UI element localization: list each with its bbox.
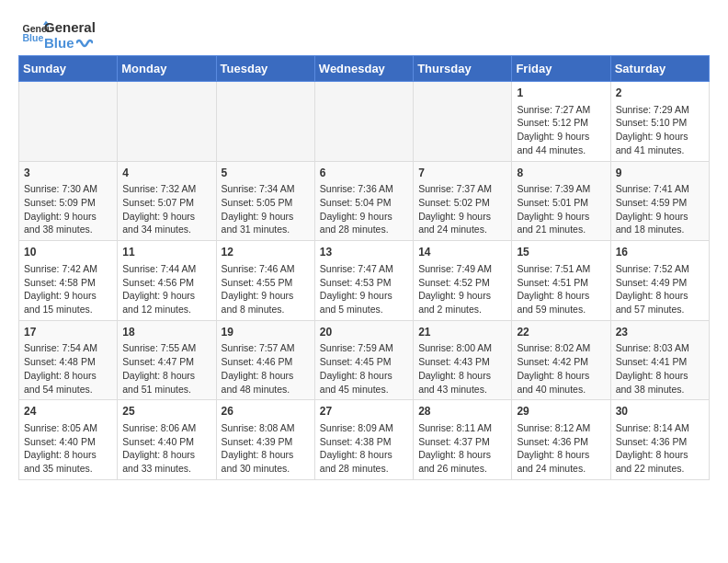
day-number: 14: [418, 245, 506, 260]
day-number: 16: [616, 245, 704, 260]
day-info: Sunset: 4:53 PM: [320, 276, 408, 290]
calendar-cell: 3Sunrise: 7:30 AMSunset: 5:09 PMDaylight…: [19, 161, 118, 241]
day-info: Sunrise: 8:00 AM: [418, 341, 506, 355]
day-info: Daylight: 8 hours and 48 minutes.: [222, 369, 310, 396]
page-header: General Blue General Blue: [9, 9, 719, 55]
day-number: 28: [418, 404, 506, 419]
day-info: Daylight: 8 hours and 40 minutes.: [517, 369, 605, 396]
calendar-cell: 13Sunrise: 7:47 AMSunset: 4:53 PMDayligh…: [314, 241, 413, 321]
day-info: Sunrise: 8:02 AM: [517, 341, 605, 355]
day-info: Daylight: 9 hours and 5 minutes.: [320, 289, 408, 316]
calendar-cell: 15Sunrise: 7:51 AMSunset: 4:51 PMDayligh…: [512, 241, 610, 321]
day-number: 11: [122, 245, 210, 260]
weekday-header-wednesday: Wednesday: [314, 56, 413, 82]
day-info: Sunrise: 7:36 AM: [320, 182, 408, 196]
day-info: Daylight: 9 hours and 8 minutes.: [222, 289, 310, 316]
day-info: Daylight: 9 hours and 18 minutes.: [616, 210, 704, 236]
weekday-header-sunday: Sunday: [19, 56, 118, 82]
day-info: Daylight: 8 hours and 22 minutes.: [616, 448, 704, 475]
calendar-cell: 2Sunrise: 7:29 AMSunset: 5:10 PMDaylight…: [610, 82, 709, 162]
day-number: 6: [320, 166, 408, 181]
week-row-4: 17Sunrise: 7:54 AMSunset: 4:48 PMDayligh…: [19, 320, 710, 400]
calendar-cell: 6Sunrise: 7:36 AMSunset: 5:04 PMDaylight…: [314, 161, 413, 241]
calendar-cell: 22Sunrise: 8:02 AMSunset: 4:42 PMDayligh…: [512, 320, 610, 400]
day-info: Daylight: 8 hours and 30 minutes.: [222, 448, 310, 475]
day-info: Sunset: 4:47 PM: [122, 355, 210, 369]
day-info: Daylight: 8 hours and 28 minutes.: [320, 448, 408, 475]
weekday-header-saturday: Saturday: [610, 56, 709, 82]
day-number: 8: [517, 166, 605, 181]
day-info: Sunrise: 8:09 AM: [320, 421, 408, 435]
day-info: Sunrise: 7:49 AM: [418, 262, 506, 276]
calendar-cell: 1Sunrise: 7:27 AMSunset: 5:12 PMDaylight…: [512, 82, 610, 162]
day-info: Sunset: 4:52 PM: [418, 276, 506, 290]
weekday-header-thursday: Thursday: [414, 56, 512, 82]
calendar-cell: [118, 82, 216, 162]
calendar-cell: 18Sunrise: 7:55 AMSunset: 4:47 PMDayligh…: [118, 320, 216, 400]
svg-text:Blue: Blue: [23, 32, 44, 43]
day-info: Sunrise: 7:55 AM: [122, 341, 210, 355]
day-info: Sunset: 5:10 PM: [616, 116, 704, 130]
day-info: Sunrise: 7:37 AM: [418, 182, 506, 196]
day-number: 20: [320, 325, 408, 340]
day-number: 5: [222, 166, 310, 181]
logo-wave-icon: [76, 38, 93, 49]
day-info: Daylight: 8 hours and 45 minutes.: [320, 369, 408, 396]
day-info: Sunset: 4:36 PM: [517, 435, 605, 449]
calendar-cell: 7Sunrise: 7:37 AMSunset: 5:02 PMDaylight…: [414, 161, 512, 241]
calendar-cell: 12Sunrise: 7:46 AMSunset: 4:55 PMDayligh…: [216, 241, 314, 321]
day-number: 15: [517, 245, 605, 260]
day-info: Daylight: 8 hours and 35 minutes.: [24, 448, 112, 475]
day-info: Daylight: 9 hours and 12 minutes.: [122, 289, 210, 316]
day-info: Sunrise: 8:11 AM: [418, 421, 506, 435]
day-info: Sunrise: 8:03 AM: [616, 341, 704, 355]
week-row-3: 10Sunrise: 7:42 AMSunset: 4:58 PMDayligh…: [19, 241, 710, 321]
calendar-cell: 19Sunrise: 7:57 AMSunset: 4:46 PMDayligh…: [216, 320, 314, 400]
day-info: Sunrise: 8:12 AM: [517, 421, 605, 435]
calendar-cell: 30Sunrise: 8:14 AMSunset: 4:36 PMDayligh…: [610, 400, 709, 480]
day-info: Sunrise: 7:42 AM: [24, 262, 112, 276]
day-info: Sunset: 5:01 PM: [517, 196, 605, 210]
day-info: Sunset: 4:37 PM: [418, 435, 506, 449]
day-number: 23: [616, 325, 704, 340]
day-info: Daylight: 8 hours and 51 minutes.: [122, 369, 210, 396]
weekday-header-tuesday: Tuesday: [216, 56, 314, 82]
calendar-cell: 25Sunrise: 8:06 AMSunset: 4:40 PMDayligh…: [118, 400, 216, 480]
day-info: Sunset: 5:12 PM: [517, 116, 605, 130]
day-number: 24: [24, 404, 112, 419]
day-info: Sunrise: 7:51 AM: [517, 262, 605, 276]
calendar-cell: 20Sunrise: 7:59 AMSunset: 4:45 PMDayligh…: [314, 320, 413, 400]
day-info: Sunset: 4:40 PM: [122, 435, 210, 449]
calendar-cell: 23Sunrise: 8:03 AMSunset: 4:41 PMDayligh…: [610, 320, 709, 400]
day-number: 13: [320, 245, 408, 260]
day-info: Sunset: 5:09 PM: [24, 196, 112, 210]
day-info: Sunset: 4:45 PM: [320, 355, 408, 369]
day-number: 4: [122, 166, 210, 181]
calendar-cell: [314, 82, 413, 162]
calendar-cell: 17Sunrise: 7:54 AMSunset: 4:48 PMDayligh…: [19, 320, 118, 400]
day-number: 26: [222, 404, 310, 419]
day-info: Sunrise: 7:46 AM: [222, 262, 310, 276]
day-info: Sunrise: 7:52 AM: [616, 262, 704, 276]
day-number: 21: [418, 325, 506, 340]
week-row-2: 3Sunrise: 7:30 AMSunset: 5:09 PMDaylight…: [19, 161, 710, 241]
day-info: Sunset: 4:36 PM: [616, 435, 704, 449]
day-info: Daylight: 8 hours and 57 minutes.: [616, 289, 704, 316]
calendar-cell: 10Sunrise: 7:42 AMSunset: 4:58 PMDayligh…: [19, 241, 118, 321]
calendar-cell: [216, 82, 314, 162]
calendar-cell: 8Sunrise: 7:39 AMSunset: 5:01 PMDaylight…: [512, 161, 610, 241]
day-info: Sunset: 4:55 PM: [222, 276, 310, 290]
day-info: Daylight: 9 hours and 28 minutes.: [320, 210, 408, 236]
day-number: 10: [24, 245, 112, 260]
day-number: 25: [122, 404, 210, 419]
day-number: 27: [320, 404, 408, 419]
day-info: Daylight: 9 hours and 2 minutes.: [418, 289, 506, 316]
calendar-cell: 26Sunrise: 8:08 AMSunset: 4:39 PMDayligh…: [216, 400, 314, 480]
calendar-cell: [414, 82, 512, 162]
day-info: Sunrise: 8:06 AM: [122, 421, 210, 435]
day-info: Sunrise: 7:47 AM: [320, 262, 408, 276]
day-number: 1: [517, 86, 605, 101]
calendar-cell: 21Sunrise: 8:00 AMSunset: 4:43 PMDayligh…: [414, 320, 512, 400]
day-info: Sunset: 4:51 PM: [517, 276, 605, 290]
calendar-cell: 4Sunrise: 7:32 AMSunset: 5:07 PMDaylight…: [118, 161, 216, 241]
